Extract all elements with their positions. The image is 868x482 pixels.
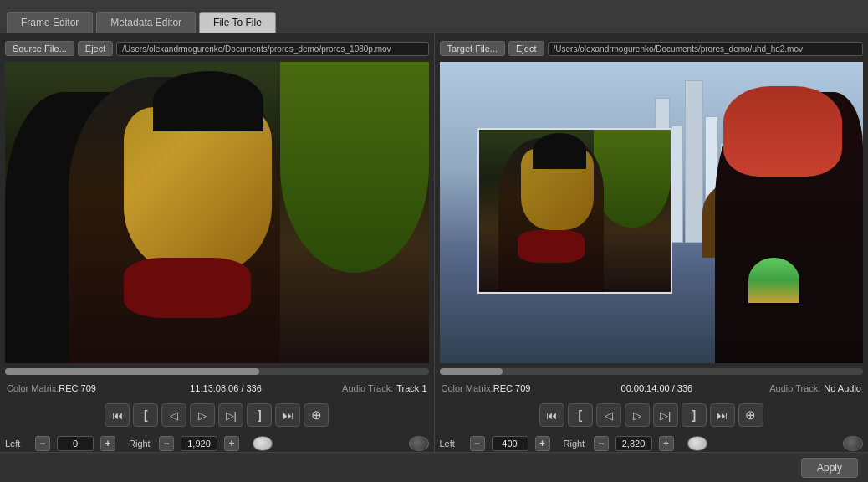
source-file-button[interactable]: Source File...: [5, 41, 74, 56]
source-skip-end-button[interactable]: ⏭: [275, 403, 300, 427]
target-file-path: /Users/olexandrmogurenko/Documents/prore…: [548, 42, 864, 56]
target-audio-track-value: No Audio: [824, 383, 861, 393]
source-left-minus[interactable]: −: [35, 436, 50, 451]
source-right-value[interactable]: 1,920: [181, 436, 217, 451]
source-color-matrix-label: Color Matrix:: [7, 383, 59, 393]
target-eject-button[interactable]: Eject: [508, 41, 544, 56]
source-scrubber[interactable]: [5, 367, 429, 377]
target-right-plus[interactable]: +: [659, 436, 674, 451]
main-content: Source File... Eject /Users/olexandrmogu…: [0, 33, 868, 482]
tab-metadata-editor[interactable]: Metadata Editor: [96, 12, 196, 33]
source-prev-frame-button[interactable]: ◁: [161, 403, 186, 427]
source-video-preview: [5, 62, 429, 363]
target-mark-out-button[interactable]: ]: [682, 403, 707, 427]
source-left-label: Left: [5, 438, 28, 449]
source-right-plus[interactable]: +: [224, 436, 239, 451]
target-color-matrix-label: Color Matrix:: [442, 383, 493, 393]
target-file-row: Target File... Eject /Users/olexandrmogu…: [440, 38, 864, 59]
source-play-button[interactable]: ▷: [190, 403, 215, 427]
source-color-matrix-value: REC 709: [59, 383, 96, 393]
target-loop-button[interactable]: ⊕: [738, 403, 763, 427]
target-left-minus[interactable]: −: [470, 436, 485, 451]
target-left-plus[interactable]: +: [535, 436, 550, 451]
target-transport: ⏮ [ ◁ ▷ ▷| ] ⏭ ⊕: [440, 400, 864, 430]
source-mark-out-button[interactable]: ]: [247, 403, 272, 427]
source-right-label: Right: [129, 438, 152, 449]
target-color-swatch-2[interactable]: [843, 436, 863, 451]
source-color-swatch-2[interactable]: [409, 436, 429, 451]
source-panel: Source File... Eject /Users/olexandrmogu…: [0, 33, 435, 482]
source-color-swatch-1[interactable]: [253, 436, 273, 451]
target-next-frame-button[interactable]: ▷|: [653, 403, 678, 427]
source-eject-button[interactable]: Eject: [78, 41, 113, 56]
source-transport: ⏮ [ ◁ ▷ ▷| ] ⏭ ⊕: [5, 400, 429, 430]
target-color-swatch-1[interactable]: [687, 436, 707, 451]
target-audio-track-label: Audio Track:: [769, 383, 820, 393]
target-timecode: 00:00:14:00 / 336: [544, 383, 769, 393]
target-right-label: Right: [564, 438, 587, 449]
source-audio-track-label: Audio Track:: [342, 383, 393, 393]
source-audio-track-value: Track 1: [396, 383, 426, 393]
source-mark-in-button[interactable]: [: [133, 403, 158, 427]
target-right-value[interactable]: 2,320: [615, 436, 652, 451]
source-rewind-button[interactable]: ⏮: [105, 403, 130, 427]
apply-button[interactable]: Apply: [801, 458, 858, 478]
source-crop-row-1: Left − 0 + Right − 1,920 +: [5, 433, 429, 454]
tab-file-to-file[interactable]: File To File: [199, 12, 276, 33]
target-mark-in-button[interactable]: [: [568, 403, 593, 427]
source-timecode: 11:13:08:06 / 336: [110, 383, 342, 393]
target-panel: Target File... Eject /Users/olexandrmogu…: [435, 33, 869, 482]
target-prev-frame-button[interactable]: ◁: [596, 403, 621, 427]
target-play-button[interactable]: ▷: [625, 403, 650, 427]
target-crop-row-1: Left − 400 + Right − 2,320 +: [440, 433, 864, 454]
tab-frame-editor[interactable]: Frame Editor: [7, 12, 93, 33]
source-file-row: Source File... Eject /Users/olexandrmogu…: [5, 38, 429, 59]
source-info-row: Color Matrix: REC 709 11:13:08:06 / 336 …: [5, 380, 429, 397]
target-file-button[interactable]: Target File...: [440, 41, 506, 56]
source-left-plus[interactable]: +: [100, 436, 115, 451]
target-left-value[interactable]: 400: [492, 436, 528, 451]
tab-bar: Frame Editor Metadata Editor File To Fil…: [0, 0, 868, 33]
target-video-preview: [440, 62, 864, 363]
source-loop-button[interactable]: ⊕: [304, 403, 329, 427]
source-left-value[interactable]: 0: [57, 436, 94, 451]
target-skip-end-button[interactable]: ⏭: [710, 403, 735, 427]
target-inset-preview: [477, 128, 672, 294]
target-left-label: Left: [440, 438, 463, 449]
source-right-minus[interactable]: −: [159, 436, 174, 451]
source-next-frame-button[interactable]: ▷|: [218, 403, 243, 427]
source-file-path: /Users/olexandrmogurenko/Documents/prore…: [116, 42, 428, 56]
target-rewind-button[interactable]: ⏮: [539, 403, 564, 427]
bottom-bar: Apply: [0, 452, 868, 482]
target-right-minus[interactable]: −: [594, 436, 609, 451]
target-color-matrix-value: REC 709: [493, 383, 531, 393]
target-scrubber[interactable]: [440, 367, 864, 377]
target-info-row: Color Matrix: REC 709 00:00:14:00 / 336 …: [440, 380, 864, 397]
